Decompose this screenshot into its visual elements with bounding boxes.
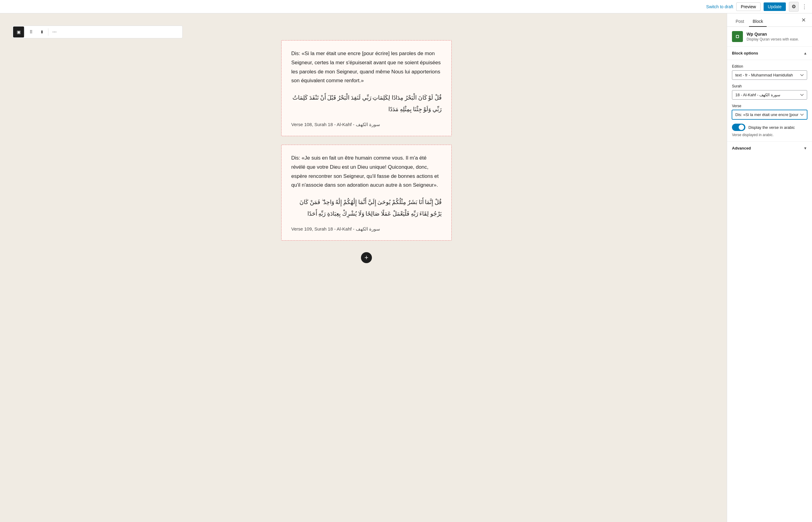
update-button[interactable]: Update <box>764 2 786 11</box>
block-icon-button[interactable]: ▣ <box>13 26 24 38</box>
edition-select[interactable]: text - fr - Muhammad Hamidullah <box>732 71 807 80</box>
block-options-header[interactable]: Block options ▲ <box>727 46 812 60</box>
settings-gear-button[interactable]: ⚙ <box>789 2 798 12</box>
toolbar-divider-2 <box>48 28 48 36</box>
more-options-button[interactable]: ⋮ <box>801 3 807 10</box>
block-options-label: Block options <box>732 51 758 56</box>
verse-1-arabic: قُلْ لَوْ كَانَ الْبَحْرُ مِدَادًا لِكَل… <box>291 92 442 115</box>
surah-select[interactable]: 18 - Al-Kahf - سورة الكهف <box>732 90 807 100</box>
verse-2-ref: Verse 109, Surah 18 - Al-Kahf - سورة الك… <box>291 226 442 232</box>
advanced-chevron-down-icon: ▼ <box>804 146 807 150</box>
plugin-name: Wp Quran <box>747 32 799 37</box>
block-toolbar: ▣ ⠿ ⬍ ⋯ <box>12 25 183 38</box>
svg-rect-2 <box>736 36 738 38</box>
sidebar-close-button[interactable]: ✕ <box>800 16 807 25</box>
block-options-content: Edition text - fr - Muhammad Hamidullah … <box>727 60 812 142</box>
top-bar: Switch to draft Preview Update ⚙ ⋮ <box>0 0 812 14</box>
arabic-toggle-row: Display the verse in arabic <box>732 124 807 131</box>
verse-label: Verse <box>732 104 807 108</box>
verse-select[interactable]: Dis: «Si la mer était une encre [pour <box>732 110 807 119</box>
verse-2-arabic: قُلْ إِنَّمَا أَنَا بَشَرٌ مِثْلُكُمْ يُ… <box>291 197 442 220</box>
sidebar: Post Block ✕ Wp Quran Display Quran vers… <box>727 14 812 522</box>
switch-to-draft-link[interactable]: Switch to draft <box>706 4 733 9</box>
verse-block-1: Dis: «Si la mer était une encre [pour éc… <box>281 40 452 136</box>
move-up-down-button[interactable]: ⬍ <box>37 26 47 38</box>
tab-post[interactable]: Post <box>732 17 748 27</box>
plugin-info: Wp Quran Display Quran verses with ease. <box>727 27 812 46</box>
plugin-text: Wp Quran Display Quran verses with ease. <box>747 32 799 41</box>
advanced-section-header[interactable]: Advanced ▼ <box>727 142 812 155</box>
arabic-toggle-hint: Verse displayed in arabic. <box>732 133 807 137</box>
verse-1-ref: Verse 108, Surah 18 - Al-Kahf - سورة الك… <box>291 122 442 127</box>
block-options-chevron-up-icon: ▲ <box>804 51 807 56</box>
editor-area: ▣ ⠿ ⬍ ⋯ Dis: «Si la mer était une encre … <box>0 14 727 522</box>
plugin-description: Display Quran verses with ease. <box>747 37 799 41</box>
preview-button[interactable]: Preview <box>736 2 761 11</box>
edition-label: Edition <box>732 64 807 68</box>
add-block-button[interactable]: + <box>361 252 372 263</box>
more-block-options-button[interactable]: ⋯ <box>49 26 60 38</box>
tab-block[interactable]: Block <box>749 17 767 27</box>
verse-2-french: Dis: «Je suis en fait un être humain com… <box>291 154 442 190</box>
sidebar-tabs: Post Block ✕ <box>727 14 812 27</box>
advanced-label: Advanced <box>732 146 751 150</box>
surah-label: Surah <box>732 84 807 88</box>
arabic-toggle-label: Display the verse in arabic <box>748 125 795 130</box>
toolbar-divider-1 <box>25 28 25 36</box>
verse-block-2: Dis: «Je suis en fait un être humain com… <box>281 145 452 241</box>
verse-1-french: Dis: «Si la mer était une encre [pour éc… <box>291 49 442 85</box>
drag-handle-button[interactable]: ⠿ <box>25 26 37 38</box>
plugin-icon <box>732 31 743 42</box>
arabic-display-toggle[interactable] <box>732 124 745 131</box>
main-layout: ▣ ⠿ ⬍ ⋯ Dis: «Si la mer était une encre … <box>0 14 812 522</box>
